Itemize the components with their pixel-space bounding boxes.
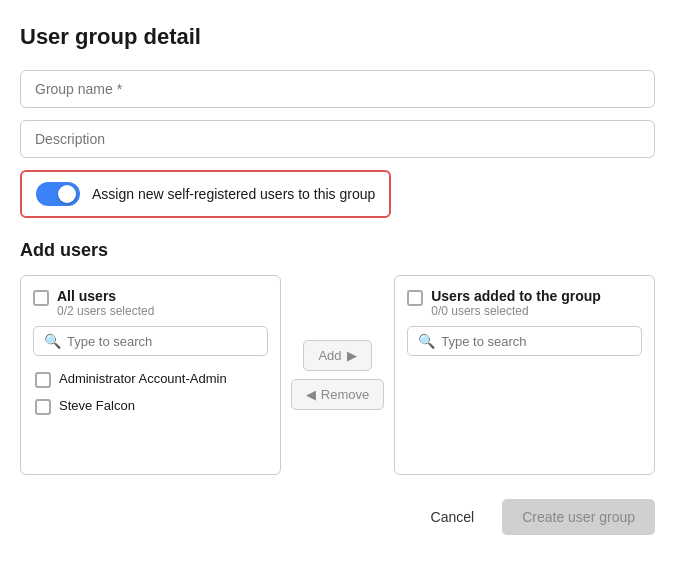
left-panel-subtitle: 0/2 users selected [57,304,154,318]
user-checkbox-admin[interactable] [35,372,51,388]
self-register-toggle-row: Assign new self-registered users to this… [20,170,391,218]
add-arrow-icon: ▶ [347,348,357,363]
right-panel-header-text: Users added to the group 0/0 users selec… [431,288,601,318]
right-search-icon: 🔍 [418,333,435,349]
transfer-container: All users 0/2 users selected 🔍 Administr… [20,275,655,475]
group-name-input[interactable] [20,70,655,108]
add-button-label: Add [318,348,341,363]
remove-button[interactable]: ◀ Remove [291,379,384,410]
right-panel: Users added to the group 0/0 users selec… [394,275,655,475]
left-panel-header-text: All users 0/2 users selected [57,288,154,318]
cancel-button[interactable]: Cancel [415,499,491,535]
list-item: Steve Falcon [33,393,268,420]
remove-button-label: Remove [321,387,369,402]
right-search-box[interactable]: 🔍 [407,326,642,356]
user-checkbox-steve[interactable] [35,399,51,415]
user-name-admin: Administrator Account-Admin [59,371,227,386]
remove-arrow-icon: ◀ [306,387,316,402]
right-panel-subtitle: 0/0 users selected [431,304,601,318]
page-title: User group detail [20,24,655,50]
left-panel-title: All users [57,288,154,304]
add-button[interactable]: Add ▶ [303,340,371,371]
user-name-steve: Steve Falcon [59,398,135,413]
add-users-title: Add users [20,240,655,261]
added-users-checkbox[interactable] [407,290,423,306]
left-search-input[interactable] [67,334,257,349]
toggle-label: Assign new self-registered users to this… [92,186,375,202]
right-search-input[interactable] [441,334,631,349]
all-users-checkbox[interactable] [33,290,49,306]
self-register-toggle[interactable] [36,182,80,206]
description-input[interactable] [20,120,655,158]
left-panel-header: All users 0/2 users selected [33,288,268,318]
right-panel-header: Users added to the group 0/0 users selec… [407,288,642,318]
right-panel-title: Users added to the group [431,288,601,304]
list-item: Administrator Account-Admin [33,366,268,393]
footer: Cancel Create user group [20,499,655,535]
transfer-buttons: Add ▶ ◀ Remove [291,340,384,410]
create-user-group-button[interactable]: Create user group [502,499,655,535]
left-search-icon: 🔍 [44,333,61,349]
left-panel: All users 0/2 users selected 🔍 Administr… [20,275,281,475]
left-search-box[interactable]: 🔍 [33,326,268,356]
